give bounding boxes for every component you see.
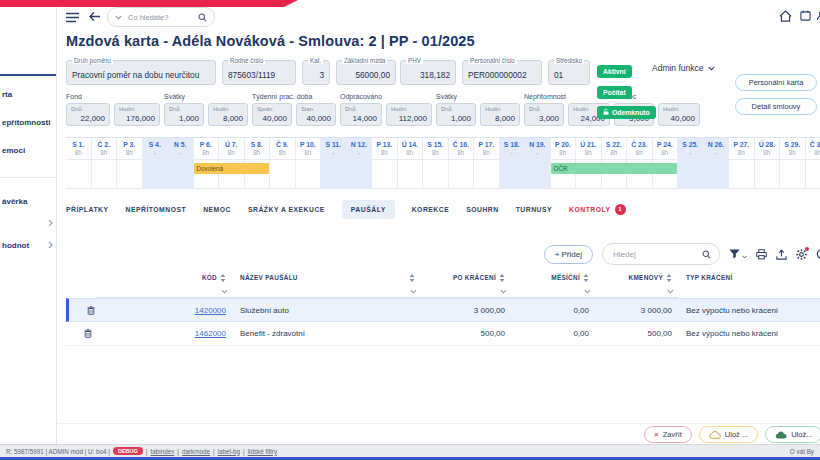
filter-icon[interactable] [729, 249, 747, 259]
field-phv[interactable]: PHV318,182 [400, 60, 456, 85]
trash-icon[interactable] [87, 306, 95, 315]
calendar-day-30[interactable]: Č 30.8h [806, 138, 820, 188]
field-odpracov-no-dn[interactable]: Dnů14,000 [340, 103, 382, 126]
column-filter-n-zev-pau-lu[interactable] [232, 285, 421, 298]
field-person-ln-slo[interactable]: Personální čísloPER000000002 [462, 60, 542, 85]
field-nemoc-hodin[interactable]: Hodin40,000 [658, 103, 700, 126]
calendar-day-28[interactable]: Ú 28.8h [755, 138, 781, 188]
column-filter-po-kr-cen[interactable] [421, 285, 511, 298]
debug-badge[interactable]: DEBUG [113, 447, 143, 455]
tab-pau-ly[interactable]: PAUŠÁLY [342, 200, 395, 219]
calendar-day-p-3[interactable]: P 3.8h [117, 138, 143, 188]
calendar-day-s-29[interactable]: S 29.8h [780, 138, 806, 188]
refresh-icon[interactable] [816, 248, 820, 260]
sidebar-item-emoci[interactable]: emoci [2, 141, 53, 159]
calendar-day-2[interactable]: Č 2.8h [92, 138, 118, 188]
kod-link[interactable]: 1462000 [195, 329, 226, 338]
field-odpracov-no-hodin[interactable]: Hodin112,000 [386, 103, 432, 126]
table-search-input[interactable] [602, 243, 720, 265]
status-badge-odemknuto[interactable]: Odemknuto [597, 106, 656, 119]
column-header-kmenov[interactable]: KMENOVÝ [595, 270, 678, 285]
back-arrow-icon[interactable] [89, 11, 101, 22]
sort-icon[interactable] [499, 274, 505, 282]
calendar-day-n-19[interactable]: N 19.- [525, 138, 551, 188]
status-badge-aktivn[interactable]: Aktivní [597, 65, 632, 78]
sort-icon[interactable] [220, 274, 226, 282]
calendar-day-s-4[interactable]: S 4.- [143, 138, 169, 188]
settings-gear-icon[interactable] [796, 249, 807, 260]
sidebar-item-rta[interactable]: rta [2, 85, 53, 103]
column-header-m-s-n[interactable]: MĚSÍČNÍ [511, 270, 595, 285]
footer-button-zav-t[interactable]: ×Zavřít [644, 426, 692, 443]
calendar-day-n-5[interactable]: N 5.- [168, 138, 194, 188]
table-search-field[interactable] [611, 249, 698, 260]
field-z-kladn-mzda[interactable]: Základní mzda56000,00 [336, 60, 396, 85]
hamburger-menu-icon[interactable] [66, 12, 79, 23]
calendar-day-n-12[interactable]: N 12.- [347, 138, 373, 188]
sidebar-item-x[interactable] [2, 214, 53, 232]
calendar-day-s-11[interactable]: S 11.- [321, 138, 347, 188]
admin-menu[interactable]: Admin funkce [652, 63, 715, 73]
table-row[interactable]: 1420000Služební auto3 000,000,003 000,00… [66, 298, 820, 322]
absence-bar-o-r[interactable]: OČR [551, 163, 678, 174]
sidebar-item-ep-tomnosti[interactable]: epřítomnosti [2, 113, 53, 131]
field-fond-dn[interactable]: Dnů22,000 [66, 103, 110, 126]
print-icon[interactable] [756, 249, 767, 260]
calendar-day-p-17[interactable]: P 17.8h [474, 138, 500, 188]
calendar-day-s-15[interactable]: S 15.8h [423, 138, 449, 188]
sort-icon[interactable] [409, 274, 415, 282]
column-header-typ-kr-cen[interactable]: TYP KRÁCENÍ [678, 270, 820, 285]
field-fond-hodin[interactable]: Hodin176,000 [114, 103, 160, 126]
calendar-day-9[interactable]: Č 9.8h [270, 138, 296, 188]
status-link-darkmode[interactable]: darkmode [182, 448, 210, 455]
calendar-day-s-1[interactable]: S 1.8h [66, 138, 92, 188]
column-header-po-kr-cen[interactable]: PO KRÁCENÍ [421, 270, 511, 285]
calendar-icon[interactable] [800, 10, 811, 21]
column-filter-kmenov[interactable] [595, 285, 678, 298]
calendar-day-14[interactable]: Ú 14.8h [398, 138, 424, 188]
sidebar-item-hodnot[interactable]: hodnot [2, 236, 53, 254]
table-row[interactable]: 1462000Benefit - zdravotní500,000,00500,… [66, 322, 820, 346]
field-druh-pom-ru[interactable]: Druh poměruPracovní poměr na dobu neurči… [66, 60, 216, 85]
user-icon[interactable] [816, 10, 820, 21]
kod-link[interactable]: 1420000 [195, 306, 226, 315]
sort-icon[interactable] [666, 274, 672, 282]
status-link-lidsk-filtry[interactable]: lidské filtry [248, 448, 277, 455]
status-badge-po-tat[interactable]: Počítat [597, 86, 632, 99]
sidebar-item-v-rka[interactable]: ávěrka [2, 192, 53, 210]
field-sv-tky-dn[interactable]: Dnů1,000 [436, 103, 476, 126]
add-button[interactable]: + Přidej [544, 245, 593, 264]
calendar-day-p-10[interactable]: P 10.8h [296, 138, 322, 188]
home-icon[interactable] [779, 10, 792, 22]
sort-icon[interactable] [583, 274, 589, 282]
field-t-denn-prac-doba-stan[interactable]: Stan.40,000 [296, 103, 336, 126]
calendar-day-16[interactable]: Č 16.8h [449, 138, 475, 188]
global-search-field[interactable] [126, 12, 194, 23]
trash-icon[interactable] [84, 329, 92, 338]
absence-bar-dovolen[interactable]: Dovolená [194, 163, 270, 174]
column-header-k-d[interactable]: KÓD [96, 270, 232, 285]
column-header-n-zev-pau-lu[interactable]: NÁZEV PAUŠÁLU [232, 270, 421, 285]
tab-nemoc[interactable]: NEMOC [203, 206, 231, 213]
tab-sr-ky-a-exekuce[interactable]: SRÁŽKY A EXEKUCE [248, 206, 325, 213]
calendar-day-s-18[interactable]: S 18.- [500, 138, 526, 188]
field-t-denn-prac-doba-sjedn[interactable]: Sjedn.40,000 [252, 103, 292, 126]
tab-kontroly[interactable]: KONTROLY1 [569, 204, 626, 215]
calendar-day-p-13[interactable]: P 13.8h [372, 138, 398, 188]
field-rodn-slo[interactable]: Rodné číslo875603/1119 [222, 60, 296, 85]
field-kat[interactable]: Kat.3 [302, 60, 330, 85]
tab-p-platky[interactable]: PŘÍPLATKY [66, 206, 109, 213]
field-nep-tomnost-dn[interactable]: Dnů3,000 [524, 103, 564, 126]
footer-button-ulo[interactable]: Ulož... [765, 426, 820, 443]
header-button-person-ln-karta[interactable]: Personální karta [735, 74, 817, 91]
status-link-label-bg[interactable]: label-bg [218, 448, 240, 455]
footer-button-ulo[interactable]: Ulož ... [699, 426, 758, 443]
tab-souhrn[interactable]: SOUHRN [466, 206, 498, 213]
tab-turnusy[interactable]: TURNUSY [516, 206, 552, 213]
export-icon[interactable] [776, 249, 787, 260]
calendar-day-s-25[interactable]: S 25.- [678, 138, 704, 188]
column-filter-k-d[interactable] [96, 285, 232, 298]
field-st-edisko[interactable]: Středisko01 [548, 60, 590, 85]
global-search-input[interactable] [107, 7, 215, 27]
tab-korekce[interactable]: KOREKCE [412, 206, 450, 213]
